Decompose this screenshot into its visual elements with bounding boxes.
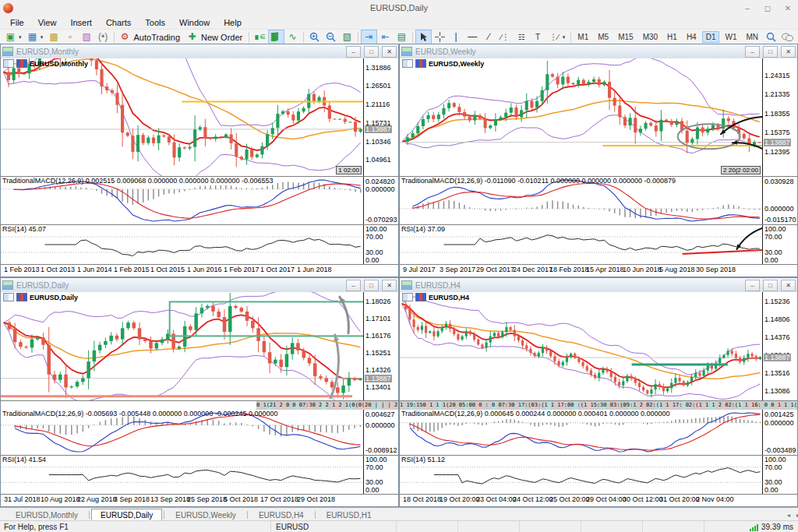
zoom-out-icon[interactable]: [323, 30, 339, 44]
chat-icon[interactable]: [779, 30, 796, 44]
menu-view[interactable]: View: [31, 17, 64, 28]
autotrading-label[interactable]: AutoTrading: [134, 33, 181, 42]
window-close-button[interactable]: ✕: [778, 1, 798, 15]
cursor-icon[interactable]: [415, 30, 432, 44]
chart-window-h4[interactable]: EURUSD,H4 – □ ✕ EURUSD,H4 1.152361.14806…: [399, 277, 798, 507]
candlestick-chart-icon[interactable]: █▍: [268, 30, 284, 44]
ohlc-toggle-icon[interactable]: [415, 293, 426, 301]
crosshair-icon[interactable]: [432, 30, 448, 44]
macd-pane[interactable]: TraditionalMACD(12,26,9) -0.011090 -0.01…: [400, 177, 797, 225]
new-chart-icon[interactable]: ▣: [2, 30, 19, 44]
timeframe-h1[interactable]: H1: [663, 31, 681, 43]
profiles-dropdown-icon[interactable]: ▾: [41, 34, 46, 41]
chart-window-daily[interactable]: EURUSD,Daily – □ ✕ EURUSD,Daily 1.180261…: [0, 277, 399, 507]
chart-minimize-button[interactable]: –: [346, 280, 361, 291]
chart-toggle-icon[interactable]: [3, 59, 14, 68]
horizontal-line-icon[interactable]: —: [464, 30, 481, 44]
chart-restore-button[interactable]: □: [763, 280, 778, 291]
chart-window-weekly[interactable]: EURUSD,Weekly – □ ✕ EURUSD,Weekly 2 20(2…: [399, 44, 798, 277]
price-chart-pane[interactable]: EURUSD,H4 1.152361.148061.143761.139461.…: [400, 292, 797, 401]
chart-tab-eurusd-h1[interactable]: EURUSD,H1: [317, 509, 381, 521]
menu-charts[interactable]: Charts: [99, 17, 138, 28]
tab-scroll-left-icon[interactable]: ◂: [787, 512, 790, 519]
chart-window-titlebar[interactable]: EURUSD,Weekly – □ ✕: [400, 44, 797, 58]
bar-chart-icon[interactable]: ∎∊: [252, 30, 268, 44]
chart-tab-eurusd-weekly[interactable]: EURUSD,Weekly: [166, 509, 245, 521]
text-label-icon[interactable]: T: [530, 30, 546, 44]
timeframe-m5[interactable]: M5: [594, 31, 613, 43]
macd-pane[interactable]: TraditionalMACD(12,26,9) -0.005693 -0.00…: [1, 410, 398, 456]
timeframe-w1[interactable]: W1: [721, 31, 740, 43]
price-chart-pane[interactable]: EURUSD,Weekly 2 20(2 02:00 1.243151.2133…: [400, 58, 797, 177]
rsi-axis: 100.0070.0030.000.00: [363, 225, 398, 264]
chart-toggle-icon[interactable]: [402, 59, 413, 68]
macd-pane[interactable]: TraditionalMACD(12,26,9) 0.002515 0.0090…: [1, 177, 398, 225]
navigator-icon[interactable]: ▨: [79, 30, 95, 44]
chart-window-titlebar[interactable]: EURUSD,H4 – □ ✕: [400, 278, 797, 292]
menu-file[interactable]: File: [3, 17, 31, 28]
chart-toggle-icon[interactable]: [3, 293, 14, 301]
timeframe-mn[interactable]: MN: [742, 31, 762, 43]
indicators-icon[interactable]: ▤: [394, 30, 410, 44]
chart-minimize-button[interactable]: –: [346, 46, 361, 58]
chart-tab-eurusd-h4[interactable]: EURUSD,H4: [249, 509, 313, 521]
chart-window-titlebar[interactable]: EURUSD,Monthly – □ ✕: [1, 44, 398, 58]
timeframe-m30[interactable]: M30: [639, 31, 662, 43]
tile-windows-icon[interactable]: ▧: [339, 30, 355, 44]
menu-help[interactable]: Help: [217, 17, 249, 28]
chart-close-button[interactable]: ✕: [781, 280, 796, 291]
ohlc-toggle-icon[interactable]: [415, 59, 426, 68]
arrows-dropdown-icon[interactable]: ▾: [563, 34, 568, 41]
price-chart-pane[interactable]: EURUSD,Monthly 1 02:00 1.318861.265011.2…: [1, 58, 398, 177]
timeframe-h4[interactable]: H4: [683, 31, 701, 43]
new-order-label[interactable]: New Order: [201, 33, 242, 42]
rsi-pane[interactable]: RSI(14) 51.12 100.0070.0030.000.00: [400, 456, 797, 495]
auto-scroll-icon[interactable]: ⇥: [361, 30, 377, 44]
chart-restore-button[interactable]: □: [763, 46, 778, 58]
line-chart-icon[interactable]: ∿: [284, 30, 301, 44]
menu-tools[interactable]: Tools: [138, 17, 172, 28]
trendline-icon[interactable]: ∕: [481, 30, 497, 44]
new-chart-dropdown-icon[interactable]: ▾: [19, 34, 24, 41]
arrows-icon[interactable]: ⋮∕: [546, 30, 563, 44]
window-minimize-button[interactable]: –: [737, 1, 757, 15]
price-chart-pane[interactable]: EURUSD,Daily 1.180261.171011.161761.1525…: [1, 292, 398, 401]
status-latency: 39.39 ms: [704, 521, 798, 532]
menu-window[interactable]: Window: [172, 17, 217, 28]
window-maximize-button[interactable]: ◻: [757, 1, 778, 15]
chart-minimize-button[interactable]: –: [745, 280, 760, 291]
chart-close-button[interactable]: ✕: [382, 46, 397, 58]
chart-restore-button[interactable]: □: [364, 280, 379, 291]
chart-window-monthly[interactable]: EURUSD,Monthly – □ ✕ EURUSD,Monthly 1 02…: [0, 44, 399, 277]
chart-tab-eurusd-monthly[interactable]: EURUSD,Monthly: [6, 509, 87, 521]
chart-toggle-icon[interactable]: [402, 293, 413, 301]
market-watch-icon[interactable]: ▩: [46, 30, 62, 44]
ohlc-toggle-icon[interactable]: [16, 59, 27, 68]
data-window-icon[interactable]: ▫: [62, 30, 79, 44]
macd-pane[interactable]: TraditionalMACD(12,26,9) 0.000645 0.0002…: [400, 410, 797, 456]
chart-shift-icon[interactable]: ⇤: [377, 30, 394, 44]
chart-window-titlebar[interactable]: EURUSD,Daily – □ ✕: [1, 278, 398, 292]
vertical-line-icon[interactable]: |: [448, 30, 464, 44]
rsi-pane[interactable]: RSI(14) 37.09 100.0070.0030.000.00: [400, 225, 797, 265]
new-order-icon[interactable]: ✚: [184, 30, 200, 44]
chart-restore-button[interactable]: □: [364, 46, 379, 58]
zoom-in-icon[interactable]: [306, 30, 323, 44]
timeframe-d1[interactable]: D1: [702, 31, 720, 43]
search-icon[interactable]: [763, 30, 779, 44]
fibonacci-icon[interactable]: ∕⋮: [497, 30, 514, 44]
profiles-icon[interactable]: ▦: [24, 30, 41, 44]
menu-insert[interactable]: Insert: [63, 17, 99, 28]
autotrading-icon[interactable]: ⚙: [117, 30, 133, 44]
grid-icon[interactable]: ☷: [514, 30, 530, 44]
rsi-pane[interactable]: RSI(14) 45.07 100.0070.0030.000.00: [1, 225, 398, 265]
timeframe-m15[interactable]: M15: [614, 31, 637, 43]
chart-close-button[interactable]: ✕: [382, 280, 397, 291]
broadcast-icon[interactable]: (•): [95, 30, 111, 44]
timeframe-m1[interactable]: M1: [574, 31, 592, 43]
ohlc-toggle-icon[interactable]: [16, 293, 27, 301]
chart-close-button[interactable]: ✕: [781, 46, 796, 58]
chart-minimize-button[interactable]: –: [745, 46, 760, 58]
rsi-pane[interactable]: RSI(14) 41.54 100.0070.0030.000.00: [1, 456, 398, 495]
chart-tab-eurusd-daily[interactable]: EURUSD,Daily: [91, 509, 162, 521]
